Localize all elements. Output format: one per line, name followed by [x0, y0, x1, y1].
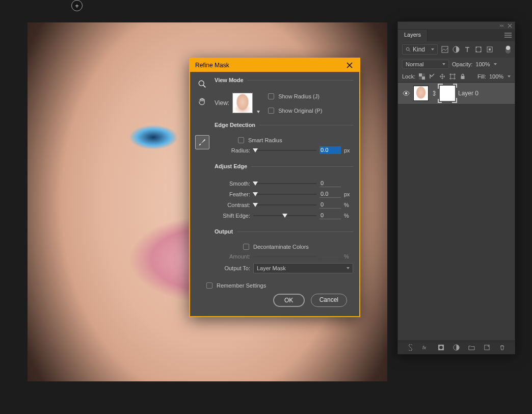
shift-edge-input[interactable]: 0 [320, 212, 341, 219]
link-layers-icon[interactable] [407, 344, 414, 351]
group-icon[interactable] [468, 344, 475, 351]
blend-mode-dropdown[interactable]: Normal [402, 60, 449, 69]
add-mask-icon[interactable] [438, 344, 445, 351]
opacity-label: Opacity: [452, 61, 472, 67]
decontaminate-checkbox[interactable]: Decontaminate Colors [243, 244, 353, 250]
filter-type-icon[interactable] [463, 45, 471, 54]
fill-label: Fill: [477, 73, 486, 80]
amount-unit: % [344, 253, 353, 260]
output-to-value: Layer Mask [257, 265, 286, 271]
svg-rect-7 [442, 46, 448, 53]
svg-point-11 [480, 47, 481, 48]
add-button[interactable]: + [71, 0, 83, 11]
filter-toggle[interactable] [506, 45, 511, 54]
layer-thumbnail [413, 86, 429, 101]
feather-unit: px [344, 191, 353, 197]
lock-image-icon[interactable] [429, 73, 436, 80]
smooth-input[interactable]: 0 [320, 179, 341, 187]
cancel-button[interactable]: Cancel [311, 294, 347, 307]
visibility-icon[interactable] [402, 89, 410, 97]
radius-input[interactable]: 0.0 [320, 146, 341, 154]
checkbox-icon [238, 137, 244, 143]
show-original-label: Show Original (P) [278, 108, 322, 114]
search-icon [406, 47, 411, 52]
layer-name[interactable]: Layer 0 [458, 90, 478, 97]
feather-slider[interactable] [253, 191, 316, 198]
filter-shape-icon[interactable] [474, 45, 483, 54]
mask-link-icon[interactable] [432, 90, 437, 96]
svg-point-10 [476, 47, 477, 48]
chevron-down-icon [431, 48, 434, 50]
output-to-label: Output To: [215, 265, 250, 271]
lock-transparent-icon[interactable] [418, 73, 425, 80]
feather-input[interactable]: 0.0 [320, 190, 341, 198]
adjust-edge-section: Adjust Edge Smooth: 0 Feather: 0.0 px Co… [215, 163, 353, 222]
checkbox-icon [206, 282, 212, 289]
show-original-checkbox[interactable]: Show Original (P) [268, 108, 322, 114]
close-icon[interactable] [507, 22, 513, 29]
checkbox-icon [243, 244, 249, 250]
output-to-dropdown[interactable]: Layer Mask [253, 263, 353, 273]
close-icon[interactable] [345, 61, 354, 70]
svg-rect-20 [450, 74, 455, 79]
contrast-unit: % [344, 202, 353, 208]
svg-point-22 [405, 92, 407, 94]
delete-icon[interactable] [499, 344, 506, 351]
svg-point-5 [406, 47, 409, 50]
view-label: View: [215, 99, 229, 107]
radius-label: Radius: [215, 147, 250, 153]
svg-text:fx: fx [422, 345, 427, 350]
smooth-label: Smooth: [215, 180, 250, 187]
view-mode-section: View Mode View: Show Radius (J) [215, 77, 353, 116]
adjustment-layer-icon[interactable] [453, 344, 460, 351]
show-radius-checkbox[interactable]: Show Radius (J) [268, 93, 322, 99]
fill-value: 100% [489, 73, 507, 80]
collapse-icon[interactable] [498, 22, 504, 29]
contrast-label: Contrast: [215, 202, 250, 208]
lock-all-icon[interactable] [459, 73, 466, 80]
svg-rect-21 [461, 76, 465, 79]
fill-input[interactable]: 100% [489, 73, 511, 80]
output-legend: Output [215, 228, 237, 235]
tab-layers[interactable]: Layers [398, 29, 428, 41]
edge-detection-legend: Edge Detection [215, 122, 259, 128]
zoom-tool-icon[interactable] [195, 77, 209, 91]
radius-slider[interactable] [253, 147, 316, 154]
brush-tool-icon[interactable] [195, 135, 209, 149]
contrast-input[interactable]: 0 [320, 201, 341, 209]
remember-settings-label: Remember Settings [217, 282, 266, 289]
filter-pixel-icon[interactable] [441, 45, 449, 54]
layer-row[interactable]: Layer 0 [398, 83, 515, 105]
svg-point-0 [199, 81, 204, 86]
feather-label: Feather: [215, 191, 250, 197]
smart-radius-label: Smart Radius [248, 137, 282, 143]
ok-button[interactable]: OK [273, 294, 305, 307]
amount-label: Amount: [215, 253, 250, 260]
opacity-input[interactable]: 100% [475, 61, 497, 67]
smooth-slider[interactable] [253, 180, 316, 187]
svg-point-13 [480, 51, 481, 52]
svg-line-1 [203, 85, 206, 88]
blend-mode-value: Normal [406, 61, 423, 67]
chevron-down-icon [508, 75, 511, 77]
filter-smart-icon[interactable] [486, 45, 494, 54]
view-mode-dropdown[interactable] [232, 93, 260, 113]
new-layer-icon[interactable] [484, 344, 491, 351]
contrast-slider[interactable] [253, 201, 316, 209]
shift-edge-slider[interactable] [253, 212, 316, 219]
layer-style-icon[interactable]: fx [422, 344, 430, 351]
radius-unit: px [344, 147, 353, 153]
lock-artboard-icon[interactable] [449, 73, 456, 80]
dialog-titlebar[interactable]: Refine Mask [190, 59, 359, 72]
hand-tool-icon[interactable] [195, 94, 209, 109]
smart-radius-checkbox[interactable]: Smart Radius [238, 137, 353, 143]
checkbox-icon [268, 93, 274, 99]
filter-adjustment-icon[interactable] [452, 45, 460, 54]
lock-position-icon[interactable] [439, 73, 446, 80]
panel-menu-icon[interactable] [501, 29, 515, 41]
filter-kind-dropdown[interactable]: Kind [402, 44, 438, 55]
adjust-edge-legend: Adjust Edge [215, 163, 251, 169]
remember-settings-checkbox[interactable]: Remember Settings [206, 282, 353, 289]
layer-mask-thumbnail[interactable] [440, 86, 455, 101]
dialog-title: Refine Mask [195, 62, 229, 69]
